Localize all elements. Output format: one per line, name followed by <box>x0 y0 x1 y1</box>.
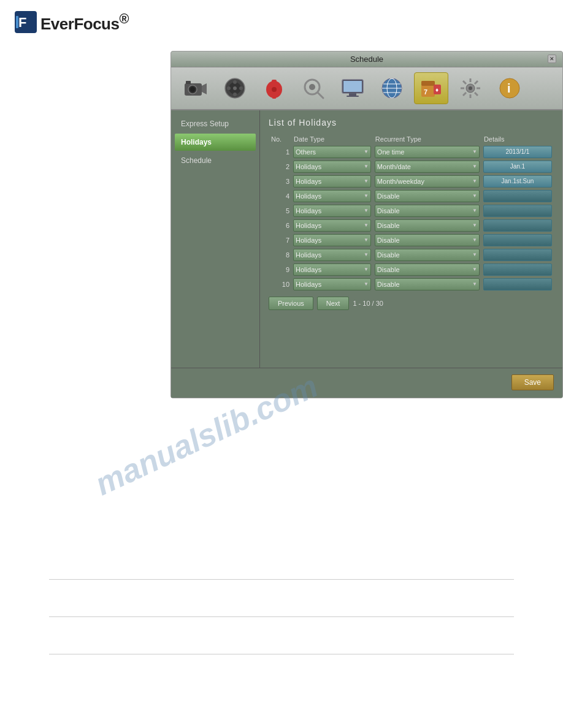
network-toolbar-icon[interactable] <box>375 72 409 104</box>
recurrent-type-select[interactable]: Disable ▼ <box>375 278 480 290</box>
date-type-cell[interactable]: Holidays ▼ <box>291 203 373 218</box>
dropdown-arrow-icon: ▼ <box>472 267 477 272</box>
row-number: 10 <box>269 277 291 292</box>
previous-button[interactable]: Previous <box>269 297 313 310</box>
table-row: 8 Holidays ▼ Disable ▼ <box>269 248 554 262</box>
logo-area: F EverFocus® <box>0 0 563 45</box>
date-type-cell[interactable]: Holidays ▼ <box>291 233 373 248</box>
details-cell <box>481 262 554 277</box>
detail-value: 2013/1/1 <box>483 146 552 158</box>
recurrent-type-cell[interactable]: One time ▼ <box>373 145 481 159</box>
date-type-cell[interactable]: Holidays ▼ <box>291 159 373 174</box>
bottom-line-3 <box>49 654 514 654</box>
recurrent-type-select[interactable]: Disable ▼ <box>375 249 480 261</box>
recurrent-type-cell[interactable]: Month/date ▼ <box>373 159 481 174</box>
recurrent-type-cell[interactable]: Disable ▼ <box>373 262 481 277</box>
date-type-select[interactable]: Holidays ▼ <box>293 234 371 246</box>
date-type-cell[interactable]: Holidays ▼ <box>291 218 373 233</box>
sidebar-item-express-setup[interactable]: Express Setup <box>175 115 256 132</box>
dropdown-arrow-icon: ▼ <box>364 267 369 272</box>
row-number: 1 <box>269 145 291 159</box>
date-type-select[interactable]: Holidays ▼ <box>293 264 371 276</box>
recurrent-type-cell[interactable]: Disable ▼ <box>373 189 481 203</box>
date-type-select[interactable]: Holidays ▼ <box>293 278 371 290</box>
details-cell[interactable]: Jan.1st.Sun <box>481 174 554 189</box>
date-type-value: Holidays <box>296 163 321 170</box>
recurrent-type-select[interactable]: Disable ▼ <box>375 205 480 217</box>
panel-title: List of Holidays <box>269 118 554 127</box>
recurrent-type-cell[interactable]: Disable ▼ <box>373 203 481 218</box>
date-type-select[interactable]: Holidays ▼ <box>293 249 371 261</box>
window-titlebar: Schedule ✕ <box>171 51 562 67</box>
recurrent-type-cell[interactable]: Disable ▼ <box>373 248 481 262</box>
date-type-cell[interactable]: Holidays ▼ <box>291 262 373 277</box>
dropdown-arrow-icon: ▼ <box>472 237 477 243</box>
svg-marker-6 <box>202 83 207 94</box>
save-button[interactable]: Save <box>511 374 554 390</box>
recurrent-type-cell[interactable]: Disable ▼ <box>373 218 481 233</box>
date-type-select[interactable]: Holidays ▼ <box>293 161 371 173</box>
recurrent-type-select[interactable]: One time ▼ <box>375 146 480 158</box>
date-type-cell[interactable]: Holidays ▼ <box>291 189 373 203</box>
save-area: Save <box>171 368 562 398</box>
date-type-cell[interactable]: Holidays ▼ <box>291 174 373 189</box>
recurrent-type-select[interactable]: Disable ▼ <box>375 234 480 246</box>
recurrent-type-value: Disable <box>377 237 400 244</box>
date-type-value: Holidays <box>296 207 321 214</box>
display-toolbar-icon[interactable] <box>335 72 370 104</box>
date-type-cell[interactable]: Holidays ▼ <box>291 248 373 262</box>
everfocus-logo-icon: F <box>15 11 37 33</box>
info-toolbar-icon[interactable]: i <box>492 72 527 104</box>
detail-value: Jan.1 <box>483 161 552 173</box>
recurrent-type-cell[interactable]: Disable ▼ <box>373 277 481 292</box>
dropdown-arrow-icon: ▼ <box>364 281 369 287</box>
date-type-select[interactable]: Holidays ▼ <box>293 175 371 188</box>
sidebar-item-holidays[interactable]: Holidays <box>175 134 256 151</box>
date-type-select[interactable]: Holidays ▼ <box>293 219 371 232</box>
alarm-toolbar-icon[interactable] <box>257 72 291 104</box>
details-cell[interactable]: 2013/1/1 <box>481 145 554 159</box>
recurrent-type-cell[interactable]: Disable ▼ <box>373 233 481 248</box>
camera-toolbar-icon[interactable] <box>178 72 213 104</box>
system-toolbar-icon[interactable] <box>453 72 488 104</box>
logo: F EverFocus® <box>15 11 129 34</box>
recurrent-type-value: One time <box>377 148 405 156</box>
row-number: 3 <box>269 174 291 189</box>
date-type-select[interactable]: Holidays ▼ <box>293 190 371 202</box>
recurrent-type-value: Month/date <box>377 163 411 170</box>
recurrent-type-select[interactable]: Disable ▼ <box>375 219 480 232</box>
network-icon <box>380 76 404 100</box>
recurrent-type-cell[interactable]: Month/weekday ▼ <box>373 174 481 189</box>
details-cell <box>481 189 554 203</box>
ptz-toolbar-icon[interactable] <box>296 72 331 104</box>
table-row: 6 Holidays ▼ Disable ▼ <box>269 218 554 233</box>
date-type-value: Holidays <box>296 251 321 259</box>
date-type-value: Others <box>296 148 316 156</box>
sidebar: Express Setup Holidays Schedule <box>171 110 260 368</box>
recording-toolbar-icon[interactable] <box>218 72 252 104</box>
date-type-select[interactable]: Others ▼ <box>293 146 371 158</box>
dropdown-arrow-icon: ▼ <box>472 149 477 154</box>
recurrent-type-select[interactable]: Month/date ▼ <box>375 161 480 173</box>
window-close-button[interactable]: ✕ <box>548 55 556 63</box>
recurrent-type-value: Disable <box>377 281 400 288</box>
table-row: 3 Holidays ▼ Month/weekday ▼ Jan.1st.Sun <box>269 174 554 189</box>
svg-point-20 <box>309 84 315 90</box>
recurrent-type-value: Disable <box>377 192 400 200</box>
recurrent-type-value: Disable <box>377 207 400 214</box>
row-number: 5 <box>269 203 291 218</box>
recurrent-type-select[interactable]: Disable ▼ <box>375 190 480 202</box>
next-button[interactable]: Next <box>317 297 350 310</box>
recurrent-type-select[interactable]: Disable ▼ <box>375 264 480 276</box>
date-type-cell[interactable]: Holidays ▼ <box>291 277 373 292</box>
row-number: 6 <box>269 218 291 233</box>
ptz-icon <box>301 76 326 100</box>
date-type-cell[interactable]: Others ▼ <box>291 145 373 159</box>
details-cell[interactable]: Jan.1 <box>481 159 554 174</box>
recurrent-type-select[interactable]: Month/weekday ▼ <box>375 175 480 188</box>
svg-line-44 <box>475 81 478 84</box>
date-type-select[interactable]: Holidays ▼ <box>293 205 371 217</box>
sidebar-item-schedule[interactable]: Schedule <box>175 152 256 169</box>
schedule-toolbar-icon[interactable]: 7 ♦ <box>414 72 448 104</box>
system-icon <box>458 76 483 100</box>
